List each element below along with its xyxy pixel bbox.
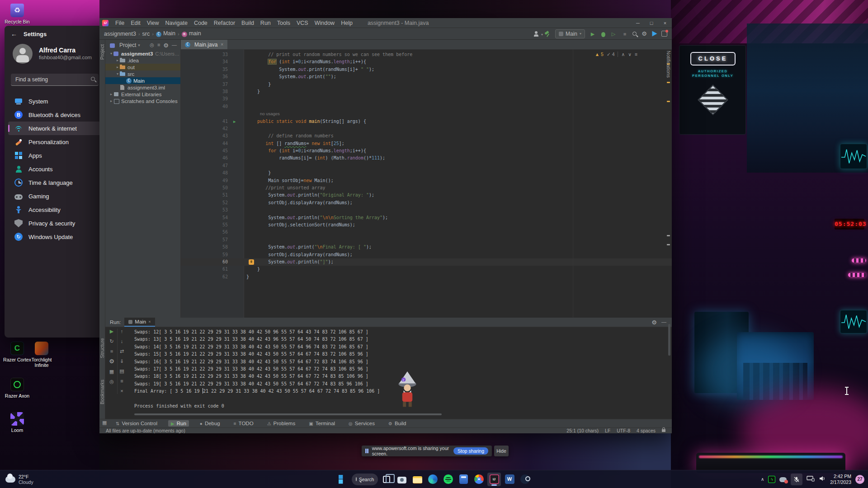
hide-console-icon[interactable]: — bbox=[661, 319, 666, 326]
console-vscrollbar[interactable] bbox=[668, 324, 670, 356]
sidebar-item-time-language[interactable]: Time & language bbox=[8, 176, 102, 189]
razer-tray-icon[interactable]: ϟ bbox=[768, 476, 775, 483]
code-line[interactable]: 56 bbox=[181, 229, 672, 236]
code-line[interactable]: 34 for (int i=0;i<randNums.length;i++){ bbox=[181, 58, 672, 66]
hide-panel-icon[interactable]: — bbox=[172, 42, 177, 49]
toolwindow-debug[interactable]: ●Debug bbox=[197, 420, 223, 427]
menu-build[interactable]: Build bbox=[238, 18, 257, 28]
taskbar-camera[interactable] bbox=[395, 473, 409, 486]
sidebar-item-gaming[interactable]: Gaming bbox=[8, 189, 102, 203]
menu-file[interactable]: File bbox=[112, 18, 127, 28]
lock-icon[interactable] bbox=[662, 429, 665, 432]
taskbar-edge[interactable] bbox=[426, 473, 439, 486]
code-line[interactable]: 35 System.out.print(randNums[i]+ " "); bbox=[181, 66, 672, 73]
maximize-button[interactable]: □ bbox=[645, 18, 658, 28]
tree-item-main[interactable]: CMain bbox=[105, 77, 180, 84]
toolwindow-version-control[interactable]: ⇅Version Control bbox=[113, 420, 160, 427]
toolwindow-quick-access-icon[interactable]: ▦ bbox=[102, 420, 107, 426]
close-button[interactable]: × bbox=[658, 18, 672, 28]
taskbar-chrome[interactable] bbox=[472, 473, 486, 486]
panel-settings-icon[interactable] bbox=[163, 42, 169, 49]
code-line[interactable]: 37 } bbox=[181, 81, 672, 88]
sidebar-item-network-internet[interactable]: Network & internet bbox=[8, 122, 102, 135]
code-line[interactable]: 44 int [] randNums= new int[25]; bbox=[181, 140, 672, 147]
toolwindow-terminal[interactable]: ▣Terminal bbox=[306, 420, 338, 427]
minimize-button[interactable]: ─ bbox=[631, 18, 645, 28]
code-line[interactable]: 53 bbox=[181, 206, 672, 214]
restart-icon[interactable]: ↻ bbox=[109, 338, 113, 344]
avatar[interactable] bbox=[13, 44, 33, 64]
sidebar-item-system[interactable]: System bbox=[8, 94, 102, 108]
menu-refactor[interactable]: Refactor bbox=[211, 18, 238, 28]
code-line[interactable]: 51 System.out.println("Original Array: "… bbox=[181, 192, 672, 199]
code-line[interactable]: 38 } bbox=[181, 88, 672, 95]
code-line[interactable]: 50 //print unsorted array bbox=[181, 184, 672, 192]
taskbar-task-view[interactable] bbox=[380, 473, 393, 486]
sidebar-item-accounts[interactable]: Accounts bbox=[8, 162, 102, 176]
close-tab-icon[interactable]: × bbox=[221, 42, 223, 47]
tree-item-external-libraries[interactable]: ▸External Libraries bbox=[105, 91, 180, 98]
code-line[interactable]: 40 bbox=[181, 103, 672, 110]
stripe-project-tab[interactable]: Project bbox=[99, 44, 105, 60]
caret-position[interactable]: 25:1 (10 chars) bbox=[566, 428, 599, 433]
console-hscrollbar[interactable] bbox=[134, 413, 442, 415]
tree-item-src[interactable]: ▾src bbox=[105, 70, 180, 77]
breadcrumb-main[interactable]: mmain bbox=[182, 30, 201, 37]
sidebar-item-apps[interactable]: Apps bbox=[8, 149, 102, 162]
tree-item-assignment3[interactable]: ▾assignment3C:\Users\fishb\IdeaProjects\… bbox=[105, 50, 180, 57]
code-line[interactable]: 57 bbox=[181, 236, 672, 244]
desktop-icon-razer-axon[interactable]: Razer Axon bbox=[3, 378, 32, 399]
code-line[interactable]: 54 System.out.println("\n\nSorting the A… bbox=[181, 214, 672, 221]
code-line[interactable]: 61 } bbox=[181, 266, 672, 273]
scroll-to-end-icon[interactable]: ⇓ bbox=[120, 358, 124, 364]
code-line[interactable]: 48 } bbox=[181, 169, 672, 177]
tree-item-out[interactable]: ▸out bbox=[105, 64, 180, 70]
menu-run[interactable]: Run bbox=[257, 18, 274, 28]
breadcrumb-main[interactable]: CMain bbox=[156, 30, 175, 37]
taskbar-intellij[interactable]: IJ bbox=[487, 473, 501, 486]
code-line[interactable]: 62} bbox=[181, 273, 672, 281]
start-button[interactable] bbox=[336, 473, 350, 486]
menu-vcs[interactable]: VCS bbox=[293, 18, 311, 28]
scroll-down-icon[interactable]: ↓ bbox=[121, 338, 123, 344]
desktop-icon-torchlight-infinite[interactable]: Torchlight Infinite bbox=[27, 342, 56, 368]
code-line[interactable]: 42 bbox=[181, 125, 672, 132]
settings-icon[interactable] bbox=[109, 358, 114, 365]
plugin-icon[interactable] bbox=[652, 31, 657, 37]
microphone-muted-icon[interactable] bbox=[791, 474, 802, 485]
stop-icon[interactable]: ■ bbox=[110, 348, 113, 354]
search-everywhere-icon[interactable] bbox=[632, 32, 637, 36]
console-settings-icon[interactable] bbox=[651, 319, 657, 326]
stop-button[interactable]: ■ bbox=[621, 30, 628, 38]
taskbar-search[interactable]: Search bbox=[352, 474, 378, 485]
taskbar-file-explorer[interactable] bbox=[410, 473, 424, 486]
code-line[interactable]: 43 // define random numbers bbox=[181, 132, 672, 140]
debug-button[interactable] bbox=[600, 31, 606, 37]
taskbar-steam[interactable] bbox=[518, 473, 532, 486]
taskbar-calculator[interactable] bbox=[457, 473, 470, 486]
indent-setting[interactable]: 4 spaces bbox=[637, 428, 656, 433]
scroll-up-icon[interactable]: ↑ bbox=[121, 328, 123, 334]
weather-widget[interactable]: 22°F Cloudy bbox=[0, 474, 99, 485]
code-line[interactable]: 58 System.out.print("\nFinal Array: [ ")… bbox=[181, 244, 672, 251]
code-line[interactable]: 52 sortObj.displayArray(randNums); bbox=[181, 199, 672, 206]
run-line-icon[interactable]: ▶ bbox=[233, 118, 236, 125]
menu-view[interactable]: View bbox=[144, 18, 162, 28]
code-line[interactable]: 47 bbox=[181, 162, 672, 169]
menu-help[interactable]: Help bbox=[338, 18, 356, 28]
clock-widget[interactable]: 2:42 PM 2/17/2023 bbox=[830, 474, 851, 485]
code-line[interactable]: 45 for (int i=0;i<randNums.length;i++){ bbox=[181, 147, 672, 155]
menu-navigate[interactable]: Navigate bbox=[162, 18, 191, 28]
menu-edit[interactable]: Edit bbox=[127, 18, 144, 28]
toolwindow-build[interactable]: ⚙Build bbox=[386, 420, 409, 427]
line-separator[interactable]: LF bbox=[605, 428, 610, 433]
soft-wrap-icon[interactable]: ⇄ bbox=[120, 348, 124, 354]
tab-main-java[interactable]: C Main.java × bbox=[181, 40, 227, 49]
code-line[interactable]: 59 sortObj.displayArray(randNums); bbox=[181, 251, 672, 258]
close-tab-icon[interactable]: × bbox=[148, 319, 151, 324]
menu-code[interactable]: Code bbox=[191, 18, 211, 28]
collapse-all-icon[interactable]: ≡ bbox=[157, 42, 160, 49]
hide-share-bar-button[interactable]: Hide bbox=[494, 446, 509, 456]
tray-chevron-icon[interactable]: ∧ bbox=[761, 477, 764, 482]
inspections-widget[interactable]: ▲ 5 ✓ 4 ∧∨≡ bbox=[595, 52, 637, 57]
